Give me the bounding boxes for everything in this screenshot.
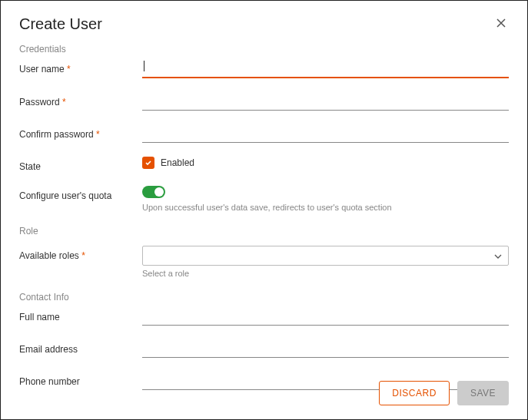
label-fullname: Full name [19,307,142,322]
fullname-field[interactable] [142,307,509,326]
label-state: State [19,157,142,172]
roles-helper: Select a role [142,269,509,278]
state-checkbox-label: Enabled [161,157,194,168]
close-icon[interactable] [493,15,509,33]
dialog-header: Create User [19,15,509,33]
label-confirm-password: Confirm password [19,124,142,140]
confirm-password-field[interactable] [142,124,509,143]
row-confirm-password: Confirm password [19,124,509,143]
quota-toggle[interactable] [142,186,165,198]
chevron-down-icon [494,251,502,260]
row-state: State Enabled [19,157,509,172]
state-checkbox[interactable] [142,157,154,169]
password-field[interactable] [142,92,509,111]
username-field[interactable] [142,59,509,78]
discard-button[interactable]: DISCARD [379,381,450,405]
toggle-knob [154,187,164,197]
row-quota: Configure user's quota Upon successful u… [19,186,509,212]
row-username: User name [19,59,509,78]
label-quota: Configure user's quota [19,186,142,201]
label-phone: Phone number [19,372,142,387]
label-email: Email address [19,339,142,355]
email-field[interactable] [142,339,509,358]
row-fullname: Full name [19,307,509,326]
row-password: Password [19,92,509,111]
quota-helper: Upon successful user's data save, redire… [142,203,509,212]
label-roles: Available roles [19,246,142,261]
label-username: User name [19,59,142,74]
save-button[interactable]: SAVE [457,381,509,405]
dialog-title: Create User [19,15,102,33]
row-roles: Available roles Select a role [19,246,509,278]
section-role: Role [19,226,509,236]
section-contact: Contact Info [19,292,509,303]
section-credentials: Credentials [19,44,509,55]
row-email: Email address [19,339,509,358]
label-password: Password [19,92,142,107]
roles-select[interactable] [142,246,509,266]
dialog-footer: DISCARD SAVE [379,381,509,405]
